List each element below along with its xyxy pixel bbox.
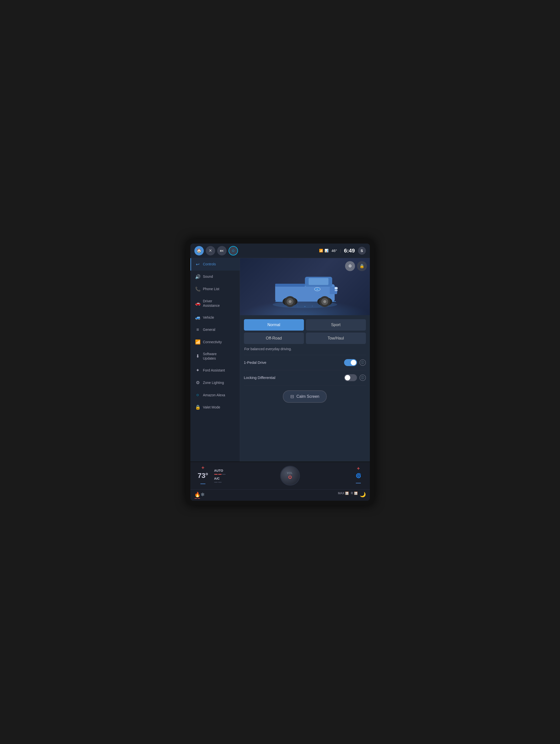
sidebar-item-software-updates[interactable]: ⬇ Software Updates [190,348,240,364]
ac-bar-5 [218,482,222,483]
connectivity-icon: 📶 [195,339,201,345]
top-nav: 🏠 ✕ ⏭ ○ 📶 📊 46° | 6:49 S [190,244,370,258]
heated-steering-icon[interactable]: 🌀 [356,473,361,478]
ac-bar-4 [214,482,218,483]
drive-modes: Normal Sport Off-Road Tow/Haul For balan… [240,315,370,412]
temp-left-plus-button[interactable]: + [202,465,204,471]
screen-inner: 🏠 ✕ ⏭ ○ 📶 📊 46° | 6:49 S ↩ [190,244,370,501]
one-pedal-toggle[interactable] [344,359,357,366]
calm-screen-button[interactable]: ⊟ Calm Screen [283,390,327,403]
sidebar-label-sound: Sound [203,274,213,279]
mode-grid: Normal Sport Off-Road Tow/Haul [244,319,366,344]
bottom-controls: + 73° — AUTO A/C [190,461,370,489]
seat-heat-left-icon[interactable]: 🔥 [194,491,201,499]
svg-point-6 [320,305,320,305]
status-time: 6:49 [344,248,355,254]
svg-rect-21 [335,287,337,289]
sidebar-label-vehicle: Vehicle [203,315,214,320]
vehicle-icon: 🚙 [195,315,201,320]
screen-outer: 🏠 ✕ ⏭ ○ 📶 📊 46° | 6:49 S ↩ [186,239,374,505]
sidebar-label-software: Software Updates [203,352,217,361]
sidebar-item-ford-assistant[interactable]: ✦ Ford Assistant [190,364,240,376]
zone-lighting-icon: ⚙ [195,380,201,385]
fan-symbol: ❄ [201,491,205,497]
svg-rect-22 [335,290,337,291]
calm-screen-label: Calm Screen [296,394,319,399]
temp-left-display: 73° [198,472,208,480]
vehicle-image: F [265,264,345,309]
sound-icon: 🔊 [195,274,201,280]
nav-buttons: 🏠 ✕ ⏭ ○ [194,246,238,255]
toggle-section: 1-Pedal Drive ⓘ Locking Differential ⓘ [244,355,366,385]
general-icon: ≡ [195,327,201,332]
calm-screen-area: ⊟ Calm Screen [244,385,366,408]
ac-bars [214,474,229,475]
mode-sport-button[interactable]: Sport [306,319,366,331]
sidebar-label-phone: Phone List [203,287,219,291]
valet-mode-icon: 🔒 [195,405,201,410]
bottom-icons: 🔥 ❄ MAX 🪟 R 🪟 🌙 [190,489,370,501]
media-button[interactable]: ⏭ [217,246,227,255]
seat-heat-symbol: 🔥 [194,491,201,497]
lock-button[interactable]: 🔒 [357,261,367,271]
sidebar-item-driver-assistance[interactable]: 🚗 Driver Assistance [190,295,240,311]
locking-diff-label: Locking Differential [244,375,344,380]
locking-diff-toggle[interactable] [344,374,357,381]
auto-label: AUTO [214,469,229,473]
vol-power-icon: ⏻ [288,475,292,479]
toggle-knob-on [351,360,356,365]
ac-bar-3 [222,474,226,475]
mode-description: For balanced everyday driving. [244,347,366,351]
ac-bar-1 [214,474,218,475]
one-pedal-drive-row: 1-Pedal Drive ⓘ [244,355,366,370]
locking-diff-info-icon[interactable]: ⓘ [359,374,366,381]
alexa-button[interactable]: ○ [229,246,238,255]
ac-bar-2 [218,474,222,475]
sidebar-label-driver: Driver Assistance [203,299,220,308]
moon-icon[interactable]: 🌙 [360,491,366,499]
temp-right-minus-button[interactable]: — [356,480,361,486]
rear-defrost-icon[interactable]: R 🪟 [351,491,358,499]
sidebar-item-valet-mode[interactable]: 🔒 Valet Mode [190,401,240,413]
divider: | [340,249,341,253]
one-pedal-info-icon[interactable]: ⓘ [359,359,366,366]
sidebar-item-vehicle[interactable]: 🚙 Vehicle [190,311,240,324]
right-controls: + 🌀 — [351,466,366,486]
home-button[interactable]: 🏠 [194,246,204,255]
sidebar-item-connectivity[interactable]: 📶 Connectivity [190,336,240,348]
sidebar-label-valet: Valet Mode [203,405,221,409]
ac-controls: AUTO A/C [214,469,229,483]
ford-assistant-icon: ✦ [195,368,201,373]
sidebar-item-sound[interactable]: 🔊 Sound [190,270,240,283]
calm-icon: ⊟ [290,394,294,399]
ac-label: A/C [214,477,229,480]
svg-point-4 [305,306,306,307]
max-defrost-label: MAX 🪟 [338,491,349,495]
close-button[interactable]: ✕ [206,246,215,255]
vol-knob[interactable]: VOL ⏻ [280,466,300,486]
sidebar-item-amazon-alexa[interactable]: ○ Amazon Alexa [190,389,240,401]
fan-icon[interactable]: ❄ [201,491,205,499]
vol-knob-area: VOL ⏻ [232,466,349,486]
sidebar-item-controls[interactable]: ↩ Controls [190,258,240,270]
temp-right-plus-button[interactable]: + [357,466,360,472]
svg-text:F: F [317,289,318,290]
svg-point-3 [297,306,298,306]
sidebar-label-controls: Controls [203,262,216,266]
max-defrost-icon[interactable]: MAX 🪟 [338,491,349,499]
mode-towhaul-button[interactable]: Tow/Haul [306,333,366,344]
sidebar-item-zone-lighting[interactable]: ⚙ Zone Lighting [190,376,240,389]
mode-offroad-button[interactable]: Off-Road [244,333,304,344]
sidebar-item-phone-list[interactable]: 📞 Phone List [190,283,240,295]
content-area: F ⚙ 🔒 Normal Sport [240,258,370,461]
svg-point-20 [323,300,326,303]
status-icons: 📶 📊 [319,249,328,253]
one-pedal-label: 1-Pedal Drive [244,360,344,365]
temp-left-control: + 73° — [194,465,212,486]
toggle-knob-off [345,375,350,380]
temp-left-minus-button[interactable]: — [201,481,205,486]
sidebar-item-general[interactable]: ≡ General [190,324,240,336]
engine-button[interactable]: ⚙ [345,261,355,271]
mode-normal-button[interactable]: Normal [244,319,304,331]
moon-symbol: 🌙 [360,491,366,497]
